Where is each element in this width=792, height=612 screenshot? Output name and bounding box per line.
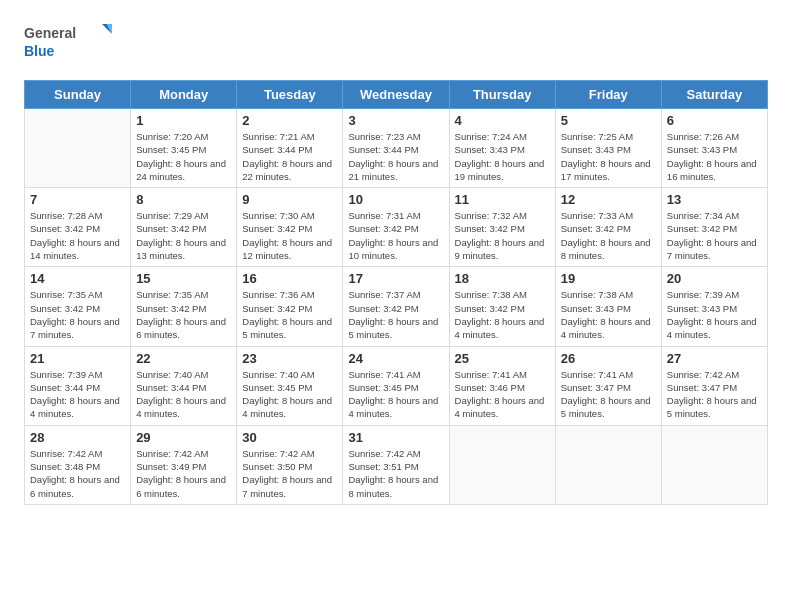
day-info: Sunrise: 7:21 AMSunset: 3:44 PMDaylight:… [242, 130, 337, 183]
day-number: 8 [136, 192, 231, 207]
calendar-cell: 19Sunrise: 7:38 AMSunset: 3:43 PMDayligh… [555, 267, 661, 346]
calendar-cell: 25Sunrise: 7:41 AMSunset: 3:46 PMDayligh… [449, 346, 555, 425]
calendar-cell: 2Sunrise: 7:21 AMSunset: 3:44 PMDaylight… [237, 109, 343, 188]
day-info: Sunrise: 7:39 AMSunset: 3:43 PMDaylight:… [667, 288, 762, 341]
calendar-cell [25, 109, 131, 188]
calendar-cell: 6Sunrise: 7:26 AMSunset: 3:43 PMDaylight… [661, 109, 767, 188]
day-info: Sunrise: 7:24 AMSunset: 3:43 PMDaylight:… [455, 130, 550, 183]
day-info: Sunrise: 7:40 AMSunset: 3:45 PMDaylight:… [242, 368, 337, 421]
calendar-week-row: 28Sunrise: 7:42 AMSunset: 3:48 PMDayligh… [25, 425, 768, 504]
day-info: Sunrise: 7:39 AMSunset: 3:44 PMDaylight:… [30, 368, 125, 421]
day-info: Sunrise: 7:41 AMSunset: 3:46 PMDaylight:… [455, 368, 550, 421]
day-number: 28 [30, 430, 125, 445]
calendar-cell: 29Sunrise: 7:42 AMSunset: 3:49 PMDayligh… [131, 425, 237, 504]
day-number: 14 [30, 271, 125, 286]
day-info: Sunrise: 7:23 AMSunset: 3:44 PMDaylight:… [348, 130, 443, 183]
day-info: Sunrise: 7:35 AMSunset: 3:42 PMDaylight:… [136, 288, 231, 341]
calendar-cell: 10Sunrise: 7:31 AMSunset: 3:42 PMDayligh… [343, 188, 449, 267]
day-info: Sunrise: 7:41 AMSunset: 3:45 PMDaylight:… [348, 368, 443, 421]
calendar-week-row: 7Sunrise: 7:28 AMSunset: 3:42 PMDaylight… [25, 188, 768, 267]
day-info: Sunrise: 7:25 AMSunset: 3:43 PMDaylight:… [561, 130, 656, 183]
day-number: 4 [455, 113, 550, 128]
day-number: 10 [348, 192, 443, 207]
calendar-cell: 4Sunrise: 7:24 AMSunset: 3:43 PMDaylight… [449, 109, 555, 188]
day-number: 13 [667, 192, 762, 207]
day-number: 29 [136, 430, 231, 445]
day-number: 20 [667, 271, 762, 286]
calendar-cell: 14Sunrise: 7:35 AMSunset: 3:42 PMDayligh… [25, 267, 131, 346]
calendar-cell: 22Sunrise: 7:40 AMSunset: 3:44 PMDayligh… [131, 346, 237, 425]
calendar-cell: 11Sunrise: 7:32 AMSunset: 3:42 PMDayligh… [449, 188, 555, 267]
day-number: 9 [242, 192, 337, 207]
day-number: 15 [136, 271, 231, 286]
calendar-cell: 31Sunrise: 7:42 AMSunset: 3:51 PMDayligh… [343, 425, 449, 504]
day-number: 6 [667, 113, 762, 128]
day-number: 12 [561, 192, 656, 207]
logo-svg: General Blue [24, 20, 114, 64]
day-info: Sunrise: 7:20 AMSunset: 3:45 PMDaylight:… [136, 130, 231, 183]
day-info: Sunrise: 7:31 AMSunset: 3:42 PMDaylight:… [348, 209, 443, 262]
calendar-cell: 26Sunrise: 7:41 AMSunset: 3:47 PMDayligh… [555, 346, 661, 425]
calendar-cell: 20Sunrise: 7:39 AMSunset: 3:43 PMDayligh… [661, 267, 767, 346]
day-info: Sunrise: 7:42 AMSunset: 3:48 PMDaylight:… [30, 447, 125, 500]
day-number: 22 [136, 351, 231, 366]
day-number: 30 [242, 430, 337, 445]
day-info: Sunrise: 7:38 AMSunset: 3:43 PMDaylight:… [561, 288, 656, 341]
calendar-cell: 23Sunrise: 7:40 AMSunset: 3:45 PMDayligh… [237, 346, 343, 425]
calendar-cell: 1Sunrise: 7:20 AMSunset: 3:45 PMDaylight… [131, 109, 237, 188]
day-info: Sunrise: 7:40 AMSunset: 3:44 PMDaylight:… [136, 368, 231, 421]
day-info: Sunrise: 7:42 AMSunset: 3:49 PMDaylight:… [136, 447, 231, 500]
calendar-cell: 3Sunrise: 7:23 AMSunset: 3:44 PMDaylight… [343, 109, 449, 188]
calendar-cell [661, 425, 767, 504]
day-number: 25 [455, 351, 550, 366]
calendar-week-row: 21Sunrise: 7:39 AMSunset: 3:44 PMDayligh… [25, 346, 768, 425]
calendar-day-header: Wednesday [343, 81, 449, 109]
day-info: Sunrise: 7:26 AMSunset: 3:43 PMDaylight:… [667, 130, 762, 183]
day-number: 11 [455, 192, 550, 207]
calendar-cell: 12Sunrise: 7:33 AMSunset: 3:42 PMDayligh… [555, 188, 661, 267]
day-number: 16 [242, 271, 337, 286]
calendar-cell: 27Sunrise: 7:42 AMSunset: 3:47 PMDayligh… [661, 346, 767, 425]
calendar-cell: 13Sunrise: 7:34 AMSunset: 3:42 PMDayligh… [661, 188, 767, 267]
calendar-cell: 30Sunrise: 7:42 AMSunset: 3:50 PMDayligh… [237, 425, 343, 504]
day-number: 26 [561, 351, 656, 366]
svg-text:General: General [24, 25, 76, 41]
svg-text:Blue: Blue [24, 43, 55, 59]
day-number: 3 [348, 113, 443, 128]
calendar-cell: 18Sunrise: 7:38 AMSunset: 3:42 PMDayligh… [449, 267, 555, 346]
day-number: 24 [348, 351, 443, 366]
logo: General Blue [24, 20, 114, 64]
day-info: Sunrise: 7:42 AMSunset: 3:51 PMDaylight:… [348, 447, 443, 500]
day-info: Sunrise: 7:30 AMSunset: 3:42 PMDaylight:… [242, 209, 337, 262]
day-number: 1 [136, 113, 231, 128]
calendar-cell: 8Sunrise: 7:29 AMSunset: 3:42 PMDaylight… [131, 188, 237, 267]
day-number: 23 [242, 351, 337, 366]
day-info: Sunrise: 7:29 AMSunset: 3:42 PMDaylight:… [136, 209, 231, 262]
calendar-cell: 24Sunrise: 7:41 AMSunset: 3:45 PMDayligh… [343, 346, 449, 425]
day-info: Sunrise: 7:42 AMSunset: 3:50 PMDaylight:… [242, 447, 337, 500]
calendar-day-header: Sunday [25, 81, 131, 109]
day-number: 21 [30, 351, 125, 366]
calendar-cell: 7Sunrise: 7:28 AMSunset: 3:42 PMDaylight… [25, 188, 131, 267]
day-number: 31 [348, 430, 443, 445]
day-number: 7 [30, 192, 125, 207]
calendar-day-header: Friday [555, 81, 661, 109]
calendar-week-row: 14Sunrise: 7:35 AMSunset: 3:42 PMDayligh… [25, 267, 768, 346]
day-info: Sunrise: 7:32 AMSunset: 3:42 PMDaylight:… [455, 209, 550, 262]
day-info: Sunrise: 7:28 AMSunset: 3:42 PMDaylight:… [30, 209, 125, 262]
calendar-cell: 16Sunrise: 7:36 AMSunset: 3:42 PMDayligh… [237, 267, 343, 346]
calendar-day-header: Monday [131, 81, 237, 109]
day-info: Sunrise: 7:36 AMSunset: 3:42 PMDaylight:… [242, 288, 337, 341]
day-info: Sunrise: 7:42 AMSunset: 3:47 PMDaylight:… [667, 368, 762, 421]
calendar-cell [555, 425, 661, 504]
day-info: Sunrise: 7:37 AMSunset: 3:42 PMDaylight:… [348, 288, 443, 341]
calendar-cell: 9Sunrise: 7:30 AMSunset: 3:42 PMDaylight… [237, 188, 343, 267]
calendar-cell: 21Sunrise: 7:39 AMSunset: 3:44 PMDayligh… [25, 346, 131, 425]
day-number: 2 [242, 113, 337, 128]
calendar-header-row: SundayMondayTuesdayWednesdayThursdayFrid… [25, 81, 768, 109]
day-info: Sunrise: 7:35 AMSunset: 3:42 PMDaylight:… [30, 288, 125, 341]
day-info: Sunrise: 7:33 AMSunset: 3:42 PMDaylight:… [561, 209, 656, 262]
day-info: Sunrise: 7:41 AMSunset: 3:47 PMDaylight:… [561, 368, 656, 421]
calendar-day-header: Saturday [661, 81, 767, 109]
day-number: 27 [667, 351, 762, 366]
